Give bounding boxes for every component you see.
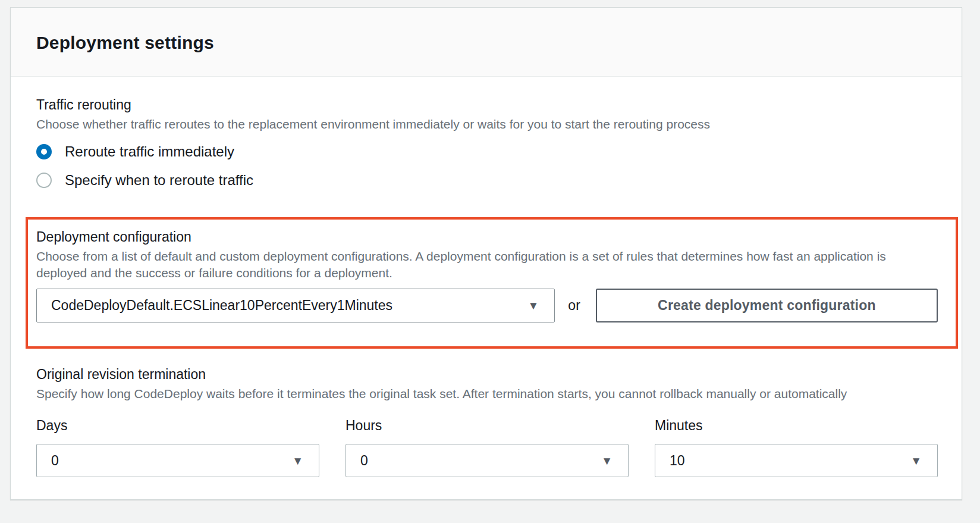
days-label: Days [36,418,319,434]
original-revision-termination-description: Specify how long CodeDeploy waits before… [36,386,887,402]
hours-select[interactable]: 0 ▼ [345,444,629,477]
days-select-value: 0 [51,453,59,469]
deployment-configuration-label: Deployment configuration [36,228,938,246]
minutes-select[interactable]: 10 ▼ [655,444,938,477]
radio-specify-when-to-reroute[interactable]: Specify when to reroute traffic [36,166,938,195]
minutes-select-value: 10 [670,453,685,469]
original-revision-termination-section: Original revision termination Specify ho… [36,365,938,477]
deployment-configuration-row: CodeDeployDefault.ECSLinear10PercentEver… [36,289,938,322]
panel-title: Deployment settings [36,34,936,52]
radio-unselected-icon[interactable] [36,173,52,188]
radio-specify-when-to-reroute-label: Specify when to reroute traffic [65,172,253,189]
deployment-settings-panel: Deployment settings Traffic rerouting Ch… [10,7,962,500]
traffic-rerouting-label: Traffic rerouting [36,96,938,114]
caret-down-icon: ▼ [601,455,612,466]
caret-down-icon: ▼ [292,455,303,466]
caret-down-icon: ▼ [910,455,922,466]
days-field: Days 0 ▼ [36,418,319,477]
deployment-configuration-select-value: CodeDeployDefault.ECSLinear10PercentEver… [51,297,392,314]
deployment-configuration-select[interactable]: CodeDeployDefault.ECSLinear10PercentEver… [36,289,555,322]
radio-selected-icon[interactable] [36,144,52,159]
termination-time-fields: Days 0 ▼ Hours 0 ▼ Minutes 10 [36,418,938,477]
create-deployment-configuration-button[interactable]: Create deployment configuration [596,289,938,322]
days-select[interactable]: 0 ▼ [36,444,319,477]
hours-label: Hours [345,418,629,434]
traffic-rerouting-section: Traffic rerouting Choose whether traffic… [36,96,938,195]
hours-select-value: 0 [360,453,368,469]
minutes-field: Minutes 10 ▼ [655,418,938,477]
hours-field: Hours 0 ▼ [345,418,629,477]
deployment-configuration-highlight-box: Deployment configuration Choose from a l… [26,217,958,349]
panel-body: Traffic rerouting Choose whether traffic… [11,77,962,501]
radio-reroute-immediately-label: Reroute traffic immediately [65,143,234,160]
traffic-rerouting-radio-group: Reroute traffic immediately Specify when… [36,137,938,195]
radio-reroute-immediately[interactable]: Reroute traffic immediately [36,137,938,166]
minutes-label: Minutes [655,418,938,434]
caret-down-icon: ▼ [528,300,539,311]
panel-header: Deployment settings [11,8,962,77]
traffic-rerouting-description: Choose whether traffic reroutes to the r… [36,116,938,133]
original-revision-termination-label: Original revision termination [36,365,938,383]
or-label: or [568,297,580,314]
deployment-configuration-description: Choose from a list of default and custom… [36,248,938,281]
